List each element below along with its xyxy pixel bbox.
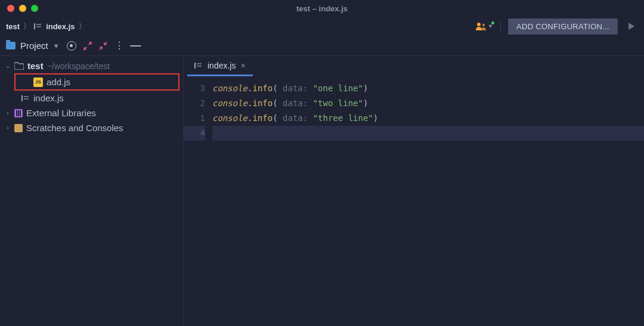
minimize-window-icon[interactable]	[19, 5, 26, 12]
file-type-icon	[21, 95, 30, 102]
titlebar: test – index.js	[0, 0, 644, 17]
tree-node-label: External Libraries	[26, 108, 96, 118]
code-content[interactable]: console.info( data: "one line") console.…	[212, 76, 644, 326]
project-label: Project	[20, 41, 48, 51]
hide-panel-icon[interactable]: —	[131, 39, 141, 52]
breadcrumb[interactable]: test 〉 index.js 〉	[6, 21, 86, 32]
maximize-window-icon[interactable]	[31, 5, 38, 12]
file-type-icon	[194, 62, 203, 69]
chevron-right-icon: 〉	[23, 21, 30, 32]
svg-rect-0	[34, 23, 35, 29]
close-tab-icon[interactable]: ×	[240, 61, 245, 70]
project-sidebar: ⌄ test ~/workspace/test JS add.js index.…	[0, 56, 184, 326]
chevron-down-icon: ⌄	[5, 63, 11, 69]
code-with-me-icon[interactable]: ▼	[476, 22, 493, 30]
tree-scratches[interactable]: › Scratches and Consoles	[0, 120, 183, 135]
run-icon[interactable]	[625, 22, 638, 30]
folder-icon	[6, 42, 16, 49]
gutter: 3 2 1 4	[184, 76, 212, 326]
project-folder-icon	[14, 62, 24, 70]
window-controls	[7, 5, 38, 12]
svg-rect-6	[24, 96, 29, 97]
tree-file-add-js[interactable]: JS add.js	[14, 73, 179, 91]
svg-rect-9	[197, 63, 202, 64]
gutter-line: 1	[184, 111, 205, 126]
editor-tab-index-js[interactable]: index.js ×	[187, 57, 253, 76]
svg-rect-10	[197, 66, 202, 67]
add-configuration-button[interactable]: ADD CONFIGURATION...	[508, 18, 618, 35]
navigation-bar: test 〉 index.js 〉 ▼ ADD CONFIGURATION...	[0, 17, 644, 36]
tree-project-root[interactable]: ⌄ test ~/workspace/test	[0, 58, 183, 73]
code-line-current[interactable]	[212, 126, 644, 141]
svg-rect-8	[194, 63, 196, 69]
svg-rect-7	[24, 98, 29, 100]
svg-point-4	[482, 24, 485, 26]
code-line[interactable]: console.info( data: "two line")	[212, 96, 644, 111]
gutter-line: 2	[184, 96, 205, 111]
chevron-down-icon: ▼	[53, 42, 60, 49]
svg-rect-2	[36, 26, 41, 27]
svg-point-3	[477, 23, 481, 26]
tree-root-name: test	[27, 61, 44, 71]
gutter-line: 3	[184, 81, 205, 96]
tree-root-path: ~/workspace/test	[47, 61, 110, 71]
gutter-line: 4	[184, 126, 205, 141]
js-file-icon: JS	[33, 77, 43, 87]
nav-right-group: ▼ ADD CONFIGURATION...	[476, 18, 638, 35]
chevron-right-icon: ›	[5, 125, 11, 131]
editor-tabs: index.js ×	[184, 56, 644, 76]
window-title: test – index.js	[296, 4, 348, 13]
code-editor[interactable]: 3 2 1 4 console.info( data: "one line") …	[184, 76, 644, 326]
tree-external-libraries[interactable]: › External Libraries	[0, 105, 183, 120]
breadcrumb-project[interactable]: test	[6, 22, 20, 31]
tree-node-label: Scratches and Consoles	[26, 123, 123, 133]
code-line[interactable]: console.info( data: "three line")	[212, 111, 644, 126]
locate-file-icon[interactable]	[67, 41, 76, 51]
chevron-right-icon: ›	[5, 110, 11, 116]
tree-file-label: index.js	[33, 93, 64, 103]
expand-all-icon[interactable]	[83, 42, 92, 50]
more-options-icon[interactable]: ⋮	[114, 40, 123, 51]
scratch-icon	[14, 124, 23, 132]
tree-file-label: add.js	[47, 77, 70, 87]
main-body: ⌄ test ~/workspace/test JS add.js index.…	[0, 56, 644, 326]
project-view-selector[interactable]: Project ▼	[6, 41, 60, 51]
collapse-all-icon[interactable]	[99, 42, 107, 50]
tree-file-index-js[interactable]: index.js	[0, 91, 183, 105]
file-type-icon	[34, 23, 42, 29]
tab-label: index.js	[208, 61, 236, 70]
svg-rect-5	[21, 95, 23, 101]
svg-rect-1	[36, 24, 41, 25]
divider	[500, 21, 501, 32]
project-toolbar: Project ▼ ⋮ —	[0, 36, 644, 56]
close-window-icon[interactable]	[7, 5, 14, 12]
library-icon	[14, 109, 23, 117]
editor-area: index.js × 3 2 1 4 console.info( data: "…	[184, 56, 644, 326]
breadcrumb-file[interactable]: index.js	[46, 22, 75, 31]
code-line[interactable]: console.info( data: "one line")	[212, 81, 644, 96]
chevron-right-icon: 〉	[79, 21, 86, 32]
presence-dot-icon	[491, 21, 494, 24]
